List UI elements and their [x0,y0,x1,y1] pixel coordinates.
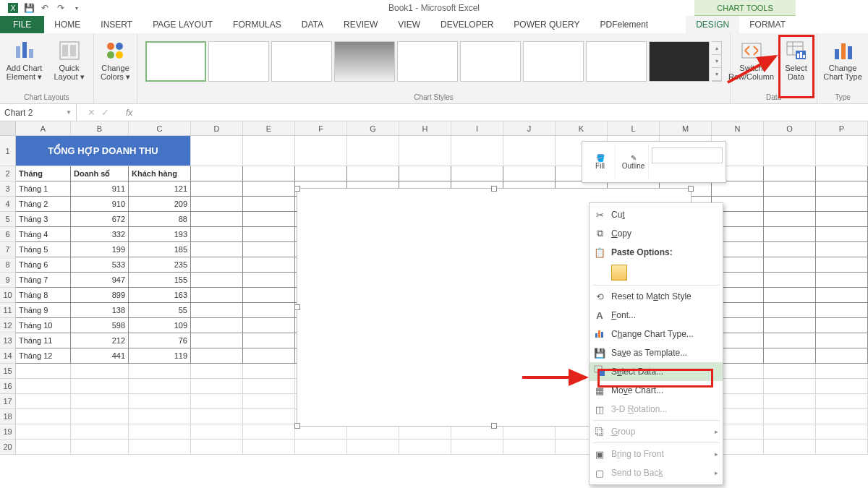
cell[interactable] [764,227,816,242]
cell[interactable] [243,136,295,166]
cell[interactable] [16,440,71,455]
cell-revenue-2[interactable]: 910 [71,197,129,212]
cell[interactable] [816,197,868,212]
save-icon[interactable]: 💾 [22,1,36,14]
cell[interactable] [191,197,243,212]
col-header-L[interactable]: L [608,121,660,135]
cell-customers-12[interactable]: 119 [129,348,191,364]
cell[interactable] [816,379,868,394]
row-header-19[interactable]: 19 [0,424,15,440]
select-data-button[interactable]: Select Data [776,36,817,81]
cell[interactable] [764,242,816,257]
cell[interactable] [764,364,816,379]
row-header-17[interactable]: 17 [0,394,15,409]
cell[interactable] [16,424,71,440]
cell[interactable] [243,166,295,181]
cell[interactable] [295,440,347,455]
mini-style-dropdown[interactable] [652,147,723,163]
cell[interactable] [764,394,816,409]
table-title[interactable]: TỔNG HỢP DOANH THU [16,136,191,166]
row-header-20[interactable]: 20 [0,440,15,455]
cell[interactable] [816,394,868,409]
row-header-15[interactable]: 15 [0,364,15,379]
cell-month-5[interactable]: Tháng 5 [16,242,71,257]
cell-customers-9[interactable]: 55 [129,303,191,318]
ctx-copy[interactable]: ⧉Copy [590,224,723,243]
cell[interactable] [764,348,816,364]
cell-customers-10[interactable]: 109 [129,318,191,333]
cell[interactable] [399,424,451,440]
col-header-G[interactable]: G [347,121,399,135]
cell[interactable] [71,409,129,424]
col-header-D[interactable]: D [191,121,243,135]
cell[interactable] [16,409,71,424]
cell[interactable] [295,424,347,440]
row-header-1[interactable]: 1 [0,136,15,166]
tab-view[interactable]: VIEW [388,16,430,33]
cancel-formula-icon[interactable]: ✕ [88,107,95,118]
cell[interactable] [129,379,191,394]
cell[interactable] [191,257,243,273]
cell[interactable] [191,409,243,424]
cell[interactable] [816,333,868,348]
cell[interactable] [399,440,451,455]
row-header-13[interactable]: 13 [0,333,15,348]
col-header-J[interactable]: J [503,121,556,135]
tab-home[interactable]: HOME [44,16,90,33]
cell[interactable] [816,257,868,273]
cell[interactable] [243,212,295,227]
header-revenue[interactable]: Doanh số [71,166,129,181]
cell[interactable] [243,379,295,394]
cell[interactable] [243,197,295,212]
cell-month-4[interactable]: Tháng 4 [16,227,71,242]
cell[interactable] [16,394,71,409]
tab-developer[interactable]: DEVELOPER [430,16,503,33]
chart-styles-scroll[interactable]: ▴▾▾ [712,41,722,82]
cell-revenue-7[interactable]: 947 [71,273,129,288]
cell-revenue-8[interactable]: 899 [71,288,129,303]
chart-style-2[interactable] [208,41,269,82]
cell[interactable] [71,394,129,409]
redo-icon[interactable]: ↷ [54,1,68,14]
cell[interactable] [129,440,191,455]
cell[interactable] [816,166,868,181]
col-header-A[interactable]: A [16,121,71,135]
cell[interactable] [764,288,816,303]
cell-month-1[interactable]: Tháng 1 [16,181,71,197]
cell[interactable] [16,379,71,394]
fx-icon[interactable]: fx [126,108,132,118]
cell[interactable] [816,181,868,197]
cell-revenue-5[interactable]: 199 [71,242,129,257]
cell[interactable] [816,440,868,455]
cell[interactable] [451,136,503,166]
cell[interactable] [71,440,129,455]
cell[interactable] [816,424,868,440]
cell[interactable] [816,348,868,364]
header-month[interactable]: Tháng [16,166,71,181]
row-header-10[interactable]: 10 [0,288,15,303]
cell-revenue-12[interactable]: 441 [71,348,129,364]
cell[interactable] [243,348,295,364]
cell[interactable] [243,273,295,288]
cell[interactable] [191,288,243,303]
cell[interactable] [764,273,816,288]
cell[interactable] [129,364,191,379]
col-header-O[interactable]: O [764,121,816,135]
cell-customers-8[interactable]: 163 [129,288,191,303]
cell-customers-7[interactable]: 155 [129,273,191,288]
add-chart-element-button[interactable]: Add Chart Element ▾ [4,36,45,81]
cell[interactable] [243,257,295,273]
cell[interactable] [764,333,816,348]
cell[interactable] [71,424,129,440]
cell[interactable] [712,181,764,197]
cell-month-6[interactable]: Tháng 6 [16,257,71,273]
cell[interactable] [816,212,868,227]
cell[interactable] [764,257,816,273]
col-header-F[interactable]: F [295,121,347,135]
cell[interactable] [347,136,399,166]
cell[interactable] [243,409,295,424]
cell[interactable] [764,212,816,227]
tab-page-layout[interactable]: PAGE LAYOUT [142,16,223,33]
cell[interactable] [347,424,399,440]
cell[interactable] [816,364,868,379]
